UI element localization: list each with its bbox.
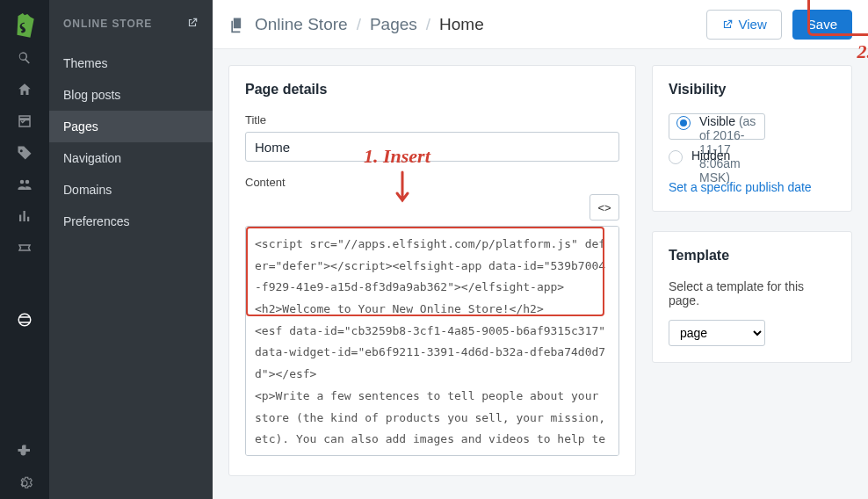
hidden-label: Hidden xyxy=(691,148,730,163)
visibility-visible-option[interactable]: Visible (as of 2016-11-17 8:06am MSK) xyxy=(669,113,765,140)
code-view-button[interactable]: <> xyxy=(590,194,619,221)
shopify-logo-icon[interactable] xyxy=(0,11,49,42)
breadcrumb-sep: / xyxy=(426,15,430,34)
sidebar-item-navigation[interactable]: Navigation xyxy=(49,142,213,174)
content-area: Page details Title Content 1. Insert <> xyxy=(213,49,868,499)
main-area: Online Store / Pages / Home View Save 2. xyxy=(213,0,868,499)
page-details-heading: Page details xyxy=(245,82,619,98)
sidebar-item-label: Preferences xyxy=(63,214,129,228)
breadcrumb-sep: / xyxy=(357,15,361,34)
sidebar-item-label: Pages xyxy=(63,119,98,134)
analytics-icon[interactable] xyxy=(0,200,49,232)
orders-icon[interactable] xyxy=(0,105,49,137)
sidebar-item-domains[interactable]: Domains xyxy=(49,174,213,206)
topbar: Online Store / Pages / Home View Save xyxy=(213,0,868,49)
section-nav-header: ONLINE STORE xyxy=(49,0,213,47)
page-details-card: Page details Title Content 1. Insert <> xyxy=(228,65,636,476)
sidebar-item-label: Domains xyxy=(63,183,112,197)
breadcrumb-current: Home xyxy=(439,15,484,34)
search-icon[interactable] xyxy=(0,42,49,74)
globe-icon[interactable] xyxy=(0,304,49,336)
radio-icon xyxy=(676,116,691,130)
sidebar-item-label: Blog posts xyxy=(63,88,120,102)
breadcrumb-section[interactable]: Pages xyxy=(370,15,417,34)
title-label: Title xyxy=(245,113,619,127)
content-label: Content xyxy=(245,176,619,189)
app-iconbar xyxy=(0,0,49,499)
template-desc: Select a template for this page. xyxy=(669,279,835,307)
discounts-icon[interactable] xyxy=(0,232,49,264)
settings-icon[interactable] xyxy=(0,467,49,499)
save-button[interactable]: Save xyxy=(792,10,852,40)
section-nav-title: ONLINE STORE xyxy=(63,18,152,30)
home-icon[interactable] xyxy=(0,74,49,105)
template-select[interactable]: page xyxy=(669,320,765,346)
tag-icon[interactable] xyxy=(0,137,49,169)
visibility-heading: Visibility xyxy=(669,82,835,98)
template-heading: Template xyxy=(669,248,835,264)
breadcrumb: Online Store / Pages / Home xyxy=(228,15,484,34)
breadcrumb-root[interactable]: Online Store xyxy=(255,15,348,34)
sidebar-item-blog-posts[interactable]: Blog posts xyxy=(49,79,213,111)
sidebar-item-label: Themes xyxy=(63,56,108,70)
sidebar-item-preferences[interactable]: Preferences xyxy=(49,206,213,237)
view-button[interactable]: View xyxy=(706,10,782,40)
sidebar-item-label: Navigation xyxy=(63,151,121,165)
save-button-label: Save xyxy=(807,17,837,32)
external-link-icon xyxy=(721,18,734,31)
title-input[interactable] xyxy=(245,132,619,162)
radio-icon xyxy=(669,150,683,164)
content-textarea[interactable] xyxy=(245,226,619,456)
pages-icon xyxy=(228,16,246,33)
view-button-label: View xyxy=(739,17,767,32)
sidebar-item-pages[interactable]: Pages xyxy=(49,111,213,142)
section-nav: ONLINE STORE Themes Blog posts Pages Nav… xyxy=(49,0,213,499)
apps-icon[interactable] xyxy=(0,436,49,467)
external-link-icon[interactable] xyxy=(186,17,199,32)
set-publish-date-link[interactable]: Set a specific publish date xyxy=(669,180,812,194)
visibility-card: Visibility Visible (as of 2016-11-17 8:0… xyxy=(652,65,852,212)
sidebar-item-themes[interactable]: Themes xyxy=(49,47,213,79)
visible-label: Visible xyxy=(699,114,735,128)
template-card: Template Select a template for this page… xyxy=(652,231,852,363)
customers-icon[interactable] xyxy=(0,169,49,200)
editor-toolbar: <> xyxy=(245,194,619,221)
